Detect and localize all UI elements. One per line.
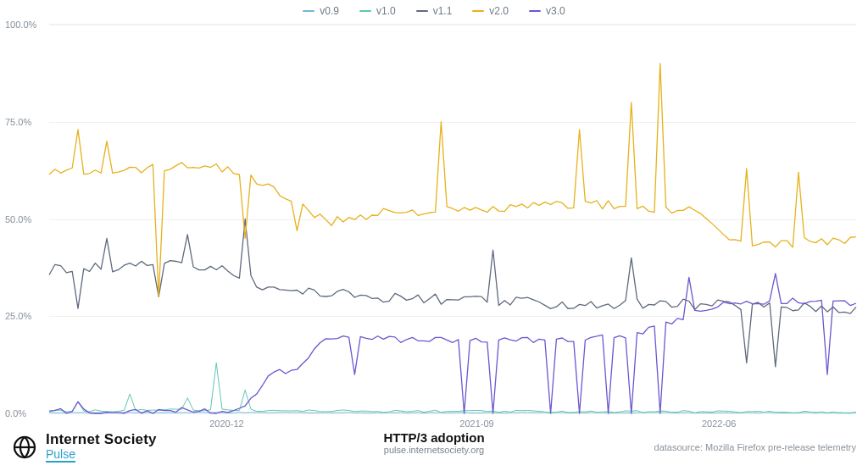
y-tick-25: 25.0% — [5, 311, 31, 321]
chart-title-block: HTTP/3 adoption pulse.internetsociety.or… — [383, 430, 484, 455]
series-v3-0 — [49, 274, 856, 413]
footer: Internet Society Pulse HTTP/3 adoption p… — [0, 424, 868, 471]
legend-item-v11[interactable]: v1.1 — [416, 5, 453, 17]
series-v2-0 — [49, 64, 856, 296]
legend: v0.9 v1.0 v1.1 v2.0 v3.0 — [0, 0, 868, 17]
y-tick-0: 0.0% — [5, 408, 26, 418]
legend-swatch — [359, 10, 371, 12]
plot-area[interactable]: 100.0% 75.0% 50.0% 25.0% 0.0% 2020-12 20… — [49, 24, 856, 413]
legend-swatch — [416, 10, 428, 12]
y-tick-50: 50.0% — [5, 214, 31, 224]
series-v1-1 — [49, 219, 856, 367]
internet-society-logo-icon — [12, 435, 37, 460]
legend-label: v1.0 — [376, 5, 396, 17]
chart-title: HTTP/3 adoption — [383, 430, 484, 445]
y-tick-100: 100.0% — [5, 19, 36, 30]
chart-container: v0.9 v1.0 v1.1 v2.0 v3.0 100.0% 75.0% 50… — [0, 0, 868, 471]
legend-label: v3.0 — [546, 5, 565, 17]
brand-subname: Pulse — [46, 448, 75, 463]
legend-item-v10[interactable]: v1.0 — [359, 5, 396, 17]
legend-swatch — [472, 10, 484, 12]
datasource-label: datasource: Mozilla Firefox pre-release … — [654, 442, 856, 452]
y-tick-75: 75.0% — [5, 117, 31, 127]
legend-item-v20[interactable]: v2.0 — [472, 5, 509, 17]
brand-name: Internet Society — [46, 432, 157, 447]
legend-swatch — [529, 10, 541, 12]
legend-label: v2.0 — [489, 5, 509, 17]
line-chart-svg — [49, 25, 856, 413]
legend-item-v09[interactable]: v0.9 — [303, 5, 339, 17]
legend-label: v1.1 — [433, 5, 453, 17]
legend-label: v0.9 — [320, 5, 339, 17]
brand: Internet Society Pulse — [12, 432, 157, 463]
chart-subtitle: pulse.internetsociety.org — [383, 445, 484, 455]
legend-swatch — [303, 10, 314, 12]
legend-item-v30[interactable]: v3.0 — [529, 5, 565, 17]
series-v1-0 — [49, 363, 856, 413]
